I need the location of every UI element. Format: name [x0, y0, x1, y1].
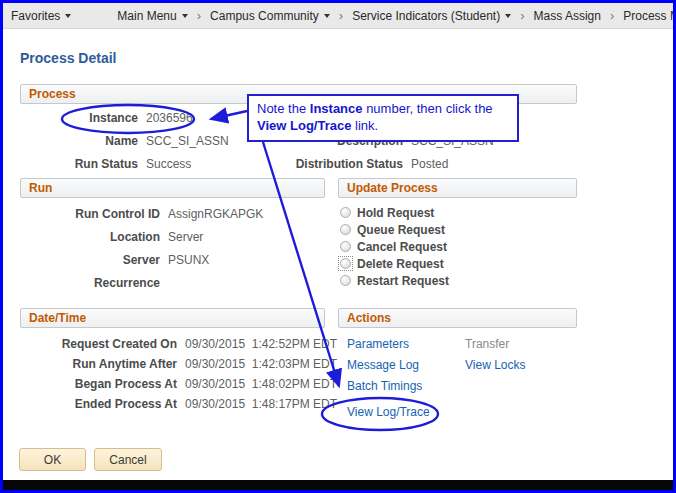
run-control-id-value: AssignRGKAPGK	[168, 207, 263, 221]
run-section-title: Run	[29, 181, 52, 195]
note-text-bold-instance: Instance	[310, 101, 363, 116]
began-process-label: Began Process At	[20, 377, 177, 391]
breadcrumb-separator-icon: ›	[610, 8, 614, 23]
instance-label: Instance	[20, 111, 138, 125]
breadcrumb-separator-icon: ›	[520, 8, 524, 23]
datetime-section-title: Date/Time	[29, 311, 86, 325]
field-server: Server PSUNX	[20, 248, 263, 271]
view-log-trace-link[interactable]: View Log/Trace	[347, 402, 430, 423]
page-title: Process Detail	[20, 50, 117, 66]
actions-links-column-1: Parameters Message Log Batch Timings Vie…	[347, 334, 430, 423]
batch-timings-link[interactable]: Batch Timings	[347, 376, 430, 397]
hold-request-label: Hold Request	[357, 206, 434, 220]
actions-section-title: Actions	[347, 311, 391, 325]
field-name: Name SCC_SI_ASSN	[20, 129, 229, 152]
ok-button[interactable]: OK	[19, 448, 86, 471]
location-value: Server	[168, 230, 203, 244]
datetime-fields: Request Created On 09/30/2015 1:42:52PM …	[20, 334, 337, 414]
breadcrumb-campus-community-label: Campus Community	[210, 9, 319, 23]
note-text-bold-view-log-trace: View Log/Trace	[257, 118, 351, 133]
run-anytime-value: 09/30/2015 1:42:03PM EDT	[185, 357, 337, 371]
breadcrumb-separator-icon: ›	[339, 8, 343, 23]
field-distribution-status: Distribution Status Posted	[240, 152, 494, 175]
chevron-down-icon	[505, 14, 511, 18]
chevron-down-icon	[182, 14, 188, 18]
server-label: Server	[20, 253, 160, 267]
server-value: PSUNX	[168, 253, 209, 267]
delete-request-label: Delete Request	[357, 257, 444, 271]
hold-request-radio[interactable]	[340, 207, 351, 218]
note-text: link.	[351, 118, 378, 133]
run-anytime-label: Run Anytime After	[20, 357, 177, 371]
recurrence-label: Recurrence	[20, 276, 160, 290]
name-value: SCC_SI_ASSN	[146, 134, 229, 148]
breadcrumb-service-indicators[interactable]: Service Indicators (Student)	[352, 9, 511, 23]
radio-option-cancel: Cancel Request	[340, 238, 449, 255]
breadcrumb-main-menu-label: Main Menu	[117, 9, 176, 23]
breadcrumb-mass-assign[interactable]: Mass Assign	[534, 9, 601, 23]
transfer-link: Transfer	[465, 334, 525, 355]
breadcrumb-process-monitor[interactable]: Process Monitor	[623, 9, 676, 23]
ended-process-value: 09/30/2015 1:48:17PM EDT	[185, 397, 337, 411]
update-process-section-title: Update Process	[347, 181, 438, 195]
breadcrumb-campus-community[interactable]: Campus Community	[210, 9, 330, 23]
actions-links-column-2: Transfer View Locks	[465, 334, 525, 376]
distribution-status-value: Posted	[411, 157, 448, 171]
field-request-created: Request Created On 09/30/2015 1:42:52PM …	[20, 334, 337, 354]
radio-option-queue: Queue Request	[340, 221, 449, 238]
run-status-label: Run Status	[20, 157, 138, 171]
datetime-section-header: Date/Time	[20, 308, 325, 328]
breadcrumb-separator-icon: ›	[197, 8, 201, 23]
field-ended-process: Ended Process At 09/30/2015 1:48:17PM ED…	[20, 394, 337, 414]
restart-request-label: Restart Request	[357, 274, 449, 288]
parameters-link[interactable]: Parameters	[347, 334, 430, 355]
breadcrumb-favorites[interactable]: Favorites	[11, 9, 71, 23]
request-created-label: Request Created On	[20, 337, 177, 351]
breadcrumb-service-indicators-label: Service Indicators (Student)	[352, 9, 500, 23]
breadcrumb: Favorites Main Menu › Campus Community ›…	[3, 3, 673, 29]
message-log-link[interactable]: Message Log	[347, 355, 430, 376]
breadcrumb-main-menu[interactable]: Main Menu	[117, 9, 187, 23]
process-fields-left: Instance 2036596 Name SCC_SI_ASSN Run St…	[20, 106, 229, 175]
run-fields: Run Control ID AssignRGKAPGK Location Se…	[20, 202, 263, 294]
radio-option-delete: Delete Request	[340, 255, 449, 272]
run-control-id-label: Run Control ID	[20, 207, 160, 221]
began-process-value: 09/30/2015 1:48:02PM EDT	[185, 377, 337, 391]
field-began-process: Began Process At 09/30/2015 1:48:02PM ED…	[20, 374, 337, 394]
process-detail-window: Favorites Main Menu › Campus Community ›…	[0, 0, 676, 493]
run-status-value: Success	[146, 157, 191, 171]
delete-request-radio[interactable]	[340, 258, 351, 269]
field-run-status: Run Status Success	[20, 152, 229, 175]
bottom-bar	[3, 480, 673, 490]
focus-outline	[338, 256, 353, 271]
ended-process-label: Ended Process At	[20, 397, 177, 411]
queue-request-radio[interactable]	[340, 224, 351, 235]
chevron-down-icon	[65, 14, 71, 18]
name-label: Name	[20, 134, 138, 148]
queue-request-label: Queue Request	[357, 223, 445, 237]
breadcrumb-process-monitor-label: Process Monitor	[623, 9, 676, 23]
field-recurrence: Recurrence	[20, 271, 263, 294]
breadcrumb-favorites-label: Favorites	[11, 9, 60, 23]
note-text: number, then click the	[363, 101, 493, 116]
cancel-button[interactable]: Cancel	[94, 448, 162, 471]
radio-option-restart: Restart Request	[340, 272, 449, 289]
process-section-title: Process	[29, 87, 76, 101]
request-created-value: 09/30/2015 1:42:52PM EDT	[185, 337, 337, 351]
radio-option-hold: Hold Request	[340, 204, 449, 221]
instance-value: 2036596	[146, 111, 193, 125]
view-locks-link[interactable]: View Locks	[465, 355, 525, 376]
run-section-header: Run	[20, 178, 325, 198]
chevron-down-icon	[324, 14, 330, 18]
update-process-section-header: Update Process	[338, 178, 577, 198]
note-text: Note the	[257, 101, 310, 116]
restart-request-radio[interactable]	[340, 275, 351, 286]
field-location: Location Server	[20, 225, 263, 248]
cancel-request-label: Cancel Request	[357, 240, 447, 254]
field-run-control-id: Run Control ID AssignRGKAPGK	[20, 202, 263, 225]
breadcrumb-mass-assign-label: Mass Assign	[534, 9, 601, 23]
cancel-request-radio[interactable]	[340, 241, 351, 252]
update-process-options: Hold Request Queue Request Cancel Reques…	[340, 204, 449, 289]
annotation-note: Note the Instance number, then click the…	[247, 94, 519, 142]
actions-section-header: Actions	[338, 308, 577, 328]
